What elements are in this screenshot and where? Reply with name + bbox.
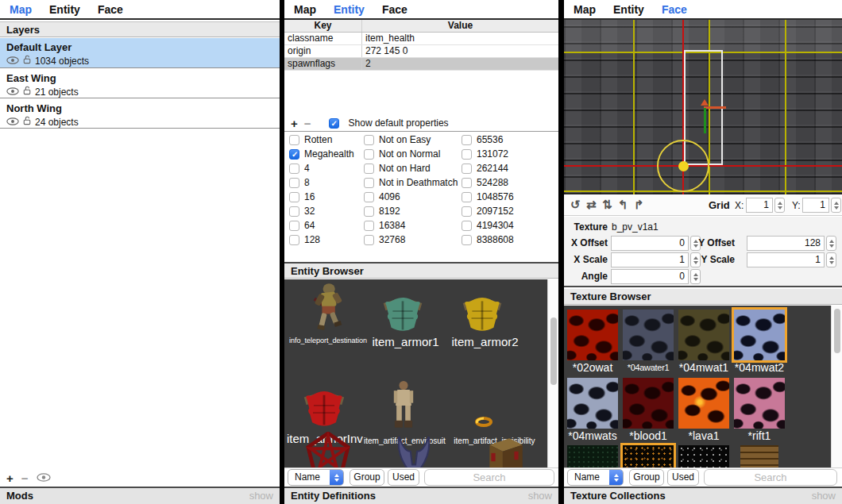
property-row-spawnflags[interactable]: spawnflags 2	[284, 58, 558, 71]
flag-2097152[interactable]: 2097152	[462, 204, 555, 218]
property-row-classname[interactable]: classname item_health	[284, 33, 558, 45]
entity-thumbnail-crate[interactable]	[481, 435, 527, 467]
flag-8192[interactable]: 8192	[364, 204, 461, 218]
texture-thumbnail-04mwat2[interactable]	[734, 310, 785, 360]
right-tab-entity[interactable]: Entity	[613, 3, 644, 16]
texture-group-button[interactable]: Group	[629, 469, 664, 486]
x-offset-input[interactable]: 0	[611, 236, 689, 251]
lock-open-icon[interactable]	[23, 55, 31, 67]
flag-1048576[interactable]: 1048576	[462, 190, 555, 204]
entity-thumbnail-pentagram[interactable]	[304, 432, 352, 467]
entity-browser-scrollbar[interactable]	[547, 279, 558, 467]
flag-262144[interactable]: 262144	[462, 161, 555, 175]
flag-16384[interactable]: 16384	[364, 218, 461, 233]
entity-used-button[interactable]: Used	[388, 469, 419, 486]
entity-group-button[interactable]: Group	[350, 469, 384, 486]
texture-browser-scrollbar[interactable]	[831, 306, 842, 467]
y-scale-stepper[interactable]	[826, 252, 836, 267]
flag-4[interactable]: 4	[289, 161, 362, 175]
texture-thumbnail[interactable]	[740, 445, 778, 467]
y-offset-stepper[interactable]	[826, 236, 836, 251]
layer-row-north-wing[interactable]: North Wing 24 objects	[0, 99, 280, 129]
texture-browser[interactable]: *02owat *04awater1 *04mwat1 *04mwat2 *04…	[564, 306, 842, 467]
middle-tab-entity[interactable]: Entity	[334, 3, 365, 16]
texture-used-button[interactable]: Used	[667, 469, 699, 486]
entity-thumbnail-item-armorinv[interactable]	[302, 391, 346, 430]
flag-524288[interactable]: 524288	[462, 175, 555, 190]
flag-rotten[interactable]: Rotten	[289, 133, 362, 147]
flag-4194304[interactable]: 4194304	[462, 218, 555, 233]
grid-x-stepper[interactable]	[774, 198, 785, 213]
show-default-properties-checkbox[interactable]	[329, 118, 339, 129]
flip-vertical-icon[interactable]: ⇅	[602, 198, 612, 212]
scrollbar-thumb[interactable]	[550, 317, 557, 385]
flag-8[interactable]: 8	[289, 175, 362, 190]
flag-131072[interactable]: 131072	[462, 147, 555, 161]
right-tab-face[interactable]: Face	[662, 3, 687, 16]
y-offset-input[interactable]: 128	[747, 236, 825, 251]
entity-search-input[interactable]	[424, 469, 554, 486]
angle-stepper[interactable]	[690, 269, 701, 284]
texture-thumbnail[interactable]	[678, 445, 729, 467]
visibility-eye-icon[interactable]	[6, 117, 19, 128]
entity-thumbnail-item-armor1[interactable]	[381, 297, 424, 335]
texture-thumbnail-lava1[interactable]	[678, 378, 729, 429]
visibility-eye-icon[interactable]	[6, 56, 19, 67]
flag-32768[interactable]: 32768	[364, 233, 461, 247]
entity-thumbnail-item-artifact-envirosuit[interactable]	[390, 381, 417, 433]
texture-thumbnail-04mwat1[interactable]	[678, 310, 729, 360]
texture-collections-show-link[interactable]: show	[812, 488, 836, 504]
flag-65536[interactable]: 65536	[462, 133, 555, 147]
entity-thumbnail-quake-symbol[interactable]	[394, 433, 434, 467]
texture-thumbnail[interactable]	[623, 445, 674, 467]
entity-definitions-show-link[interactable]: show	[528, 488, 552, 504]
flag-16[interactable]: 16	[289, 190, 362, 204]
flag-128[interactable]: 128	[289, 233, 362, 247]
flag-32[interactable]: 32	[289, 204, 362, 218]
rotate-cw-icon[interactable]: ↱	[634, 198, 644, 212]
uv-texture-view[interactable]	[564, 20, 842, 194]
x-scale-input[interactable]: 1	[611, 252, 689, 267]
visibility-eye-icon[interactable]	[6, 87, 19, 98]
flag-not-on-easy[interactable]: Not on Easy	[364, 133, 461, 147]
texture-thumbnail-rift1[interactable]	[734, 378, 785, 429]
middle-tab-map[interactable]: Map	[294, 3, 316, 16]
flip-horizontal-icon[interactable]: ⇄	[586, 198, 597, 212]
layer-row-east-wing[interactable]: East Wing 21 objects	[0, 69, 280, 98]
left-tab-entity[interactable]: Entity	[49, 3, 80, 16]
grid-y-input[interactable]: 1	[802, 198, 829, 213]
left-tab-map[interactable]: Map	[10, 3, 32, 16]
mods-show-link[interactable]: show	[249, 488, 273, 504]
entity-thumbnail-item-artifact-invisibility[interactable]	[473, 416, 494, 430]
entity-thumbnail-item-armor2[interactable]	[461, 297, 504, 335]
remove-property-button[interactable]: −	[304, 117, 311, 130]
entity-browser[interactable]: info_teleport_destination item_armor1	[284, 279, 558, 467]
left-tab-face[interactable]: Face	[98, 3, 123, 16]
scrollbar-thumb[interactable]	[834, 309, 840, 353]
layer-row-default[interactable]: Default Layer 1034 objects	[0, 38, 280, 68]
texture-sort-select[interactable]: Name	[567, 469, 624, 486]
flag-not-on-hard[interactable]: Not on Hard	[364, 161, 461, 175]
toggle-visibility-eye-icon[interactable]	[37, 472, 51, 484]
rotate-ccw-icon[interactable]: ↰	[618, 198, 628, 212]
texture-thumbnail-blood1[interactable]	[623, 378, 674, 429]
lock-open-icon[interactable]	[23, 116, 31, 128]
flag-8388608[interactable]: 8388608	[462, 233, 555, 247]
grid-x-input[interactable]: 1	[746, 198, 773, 213]
flag-not-on-normal[interactable]: Not on Normal	[364, 147, 461, 161]
right-tab-map[interactable]: Map	[574, 3, 596, 16]
texture-thumbnail-04awater1[interactable]	[623, 310, 674, 360]
flag-megahealth[interactable]: Megahealth	[289, 147, 362, 161]
rotation-handle-center[interactable]	[678, 161, 689, 171]
entity-thumbnail-info-teleport-destination[interactable]	[308, 283, 346, 337]
flag-not-in-deathmatch[interactable]: Not in Deathmatch	[364, 175, 461, 190]
texture-search-input[interactable]	[704, 469, 837, 486]
texture-thumbnail-04mwats[interactable]	[567, 378, 618, 429]
entity-sort-select[interactable]: Name	[288, 469, 344, 486]
remove-layer-button[interactable]: −	[21, 471, 29, 485]
y-scale-input[interactable]: 1	[747, 252, 825, 267]
add-property-button[interactable]: +	[291, 117, 298, 130]
texture-thumbnail[interactable]	[567, 445, 618, 467]
middle-tab-face[interactable]: Face	[382, 3, 407, 16]
add-layer-button[interactable]: +	[6, 471, 14, 485]
